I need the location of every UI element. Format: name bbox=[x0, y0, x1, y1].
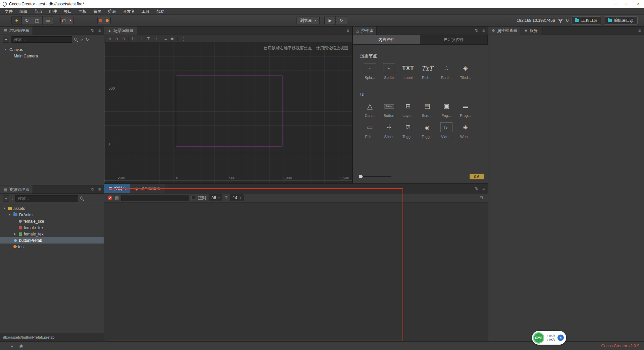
menu-tools[interactable]: 工具 bbox=[138, 8, 153, 15]
library-item-label[interactable]: TXT Label bbox=[398, 63, 418, 80]
asset-row-female-tex[interactable]: female_tex bbox=[0, 224, 104, 231]
eye-icon[interactable]: ◉ bbox=[19, 343, 23, 348]
menu-project[interactable]: 项目 bbox=[60, 8, 75, 15]
caret-down-icon[interactable]: ▼ bbox=[8, 213, 12, 216]
asset-row-buttonprefab[interactable]: buttonPrefab bbox=[0, 237, 104, 244]
refresh-preview-button[interactable]: ↻ bbox=[336, 16, 347, 25]
panel-refresh-icon[interactable]: ↻ bbox=[91, 187, 94, 192]
scale-tool-button[interactable]: ◰ bbox=[32, 16, 43, 25]
asset-row-test[interactable]: test bbox=[0, 244, 104, 250]
asset-row-female-tex-sprite[interactable]: ▶ female_tex bbox=[0, 231, 104, 237]
minimize-button[interactable]: – bbox=[610, 0, 621, 8]
panel-menu-icon[interactable]: ≡ bbox=[347, 28, 349, 33]
library-item-canvas[interactable]: △ Can... bbox=[360, 101, 379, 118]
library-item-slider[interactable]: Slider bbox=[379, 122, 398, 139]
menu-extension[interactable]: 扩展 bbox=[105, 8, 119, 15]
menu-layout[interactable]: 布局 bbox=[90, 8, 105, 15]
library-item-videoplayer[interactable]: ▷ Vide... bbox=[437, 122, 456, 139]
menu-help[interactable]: 帮助 bbox=[153, 8, 168, 15]
menu-developer[interactable]: 开发者 bbox=[119, 8, 138, 15]
regex-checkbox[interactable] bbox=[191, 196, 195, 200]
create-node-button[interactable]: + bbox=[3, 37, 9, 43]
pivot-anchor-toggle[interactable] bbox=[60, 17, 67, 24]
menu-panel[interactable]: 面板 bbox=[75, 8, 90, 15]
panel-menu-icon[interactable]: ≡ bbox=[98, 187, 101, 192]
panel-refresh-icon[interactable]: ↻ bbox=[91, 28, 94, 33]
coord-world-toggle[interactable] bbox=[104, 17, 111, 24]
tab-control-library[interactable]: △ 控件库 bbox=[353, 27, 377, 35]
library-item-layout[interactable]: ⊞ Layo... bbox=[398, 101, 418, 118]
menu-node[interactable]: 节点 bbox=[31, 8, 46, 15]
tab-builtin-controls[interactable]: 内置控件 bbox=[353, 35, 420, 44]
log-file-icon[interactable]: ▤ bbox=[115, 195, 119, 200]
menu-component[interactable]: 组件 bbox=[46, 8, 60, 15]
align-bottom-icon[interactable]: ⊥ bbox=[139, 36, 143, 41]
panel-menu-icon[interactable]: ≡ bbox=[482, 186, 485, 191]
align-top-icon[interactable]: ⊤ bbox=[146, 36, 150, 41]
tab-console[interactable]: ≣ 控制台 bbox=[104, 184, 131, 193]
dashboard-button[interactable]: ✳ bbox=[557, 335, 564, 341]
caret-right-icon[interactable]: ▶ bbox=[13, 232, 17, 235]
library-item-scrollview[interactable]: ▤ Scro... bbox=[418, 101, 437, 118]
hierarchy-search-input[interactable] bbox=[11, 36, 72, 43]
asset-row-dranim[interactable]: ▼ DrAnim bbox=[0, 212, 104, 218]
zoom-out-icon[interactable]: ⊖ bbox=[114, 36, 118, 41]
tab-properties-inspector[interactable]: ⚙ 属性检查器 bbox=[488, 27, 521, 35]
refresh-tree-icon[interactable]: ↻ bbox=[86, 37, 89, 42]
menu-file[interactable]: 文件 bbox=[1, 8, 16, 15]
rect-tool-button[interactable]: ▭ bbox=[43, 16, 53, 25]
library-item-webview[interactable]: ⊕ Web... bbox=[456, 122, 475, 139]
sort-icon[interactable]: ↕ bbox=[11, 196, 13, 201]
library-item-tiledmap[interactable]: ◈ Tiled... bbox=[456, 63, 475, 80]
panel-menu-icon[interactable]: ≡ bbox=[638, 28, 641, 33]
panel-refresh-icon[interactable]: ↻ bbox=[475, 186, 478, 191]
rotate-tool-button[interactable]: ↻ bbox=[22, 16, 32, 25]
coord-local-toggle[interactable] bbox=[97, 17, 104, 24]
close-button[interactable]: × bbox=[633, 0, 644, 8]
library-item-editbox[interactable]: ▭ Edit... bbox=[360, 122, 379, 139]
pivot-center-toggle[interactable] bbox=[67, 17, 74, 24]
maximize-button[interactable]: □ bbox=[621, 0, 633, 8]
list-view-icon[interactable]: ≡ bbox=[11, 343, 13, 348]
tree-node-main-camera[interactable]: Main Camera bbox=[0, 53, 104, 59]
assets-search-input[interactable] bbox=[15, 195, 78, 202]
caret-down-icon[interactable]: ▼ bbox=[4, 48, 8, 51]
preview-target-select[interactable]: 浏览器 ▾ bbox=[297, 16, 320, 25]
play-button[interactable]: ▶ bbox=[324, 16, 336, 25]
align-left-icon[interactable]: ⊢ bbox=[132, 36, 136, 41]
distribute-horizontal-icon[interactable]: ≡ bbox=[164, 36, 167, 41]
align-right-icon[interactable]: ⊣ bbox=[154, 36, 157, 41]
console-filter-input[interactable] bbox=[121, 195, 189, 201]
open-project-dir-button[interactable]: 工程目录 bbox=[572, 16, 601, 25]
library-item-toggle[interactable]: ☑ Togg... bbox=[398, 122, 418, 139]
clear-console-button[interactable] bbox=[108, 195, 112, 200]
library-item-togglegroup[interactable]: ◉ Togg... bbox=[418, 122, 437, 139]
open-editor-dir-button[interactable]: 编辑器目录 bbox=[604, 16, 638, 25]
tab-custom-controls[interactable]: 自定义控件 bbox=[420, 35, 488, 44]
compile-progress-indicator[interactable]: 62% bbox=[533, 332, 544, 344]
tab-scene-editor[interactable]: ▲ 场景编辑器 bbox=[104, 27, 137, 35]
console-log-area[interactable] bbox=[104, 203, 488, 341]
library-item-button[interactable]: Button Button bbox=[379, 101, 398, 118]
asset-row-assets[interactable]: ▼ assets bbox=[0, 205, 104, 212]
tab-hierarchy[interactable]: ☰ 层级管理器 bbox=[0, 27, 33, 35]
search-icon[interactable] bbox=[74, 38, 78, 42]
library-item-richtext[interactable]: TxT Rich... bbox=[418, 63, 437, 80]
library-item-progressbar[interactable]: ▬ Prog... bbox=[456, 101, 475, 118]
create-asset-button[interactable]: + bbox=[3, 195, 9, 202]
tab-service[interactable]: ❖ 服务 bbox=[521, 27, 541, 35]
expand-all-icon[interactable]: ↗ bbox=[80, 37, 84, 42]
tab-assets[interactable]: ▤ 资源管理器 bbox=[0, 185, 33, 193]
caret-down-icon[interactable]: ▼ bbox=[2, 207, 6, 210]
search-icon[interactable] bbox=[80, 196, 84, 201]
panel-refresh-icon[interactable]: ↻ bbox=[475, 28, 478, 33]
library-item-splash[interactable]: ◦ Spla... bbox=[360, 63, 379, 80]
panel-menu-icon[interactable]: ≡ bbox=[98, 28, 101, 33]
library-item-pageview[interactable]: ▣ Pag... bbox=[437, 101, 456, 118]
font-size-select[interactable]: 14 ▾ bbox=[230, 194, 244, 201]
library-item-sprite[interactable]: • Sprite bbox=[379, 63, 398, 80]
zoom-value[interactable]: 0.6 bbox=[470, 174, 484, 179]
zoom-slider-handle[interactable] bbox=[359, 175, 363, 178]
menu-edit[interactable]: 编辑 bbox=[16, 8, 31, 15]
distribute-vertical-icon[interactable]: ≣ bbox=[170, 36, 174, 41]
